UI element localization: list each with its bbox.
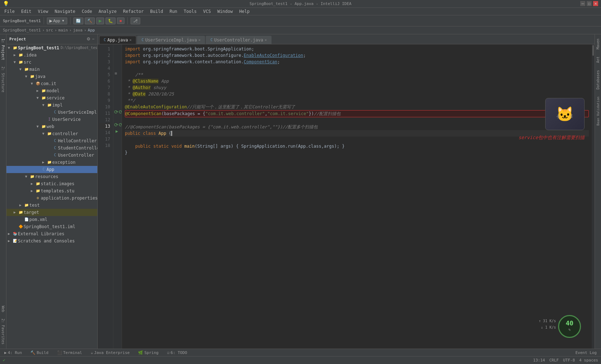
tree-idea[interactable]: ▶ 📁 .idea <box>6 51 97 59</box>
tree-scratches[interactable]: ▶ 📝 Scratches and Consoles <box>6 237 97 245</box>
tree-userservice[interactable]: ▶ I UserService <box>6 116 97 123</box>
menu-item-edit[interactable]: Edit <box>18 8 34 15</box>
tree-app-properties[interactable]: ▶ ⚙ application.properties <box>6 195 97 202</box>
tree-test[interactable]: ▶ 📁 test <box>6 202 97 209</box>
tree-web[interactable]: ▼ 📁 web <box>6 123 97 130</box>
tree-resources[interactable]: ▼ 📁 resources <box>6 173 97 180</box>
indent[interactable]: 4 spaces <box>579 358 598 363</box>
sidebar-header: Project ⚙ − <box>6 34 97 44</box>
tree-main[interactable]: ▼ 📁 main <box>6 66 97 73</box>
tree-java[interactable]: ▼ 📁 java <box>6 73 97 80</box>
maximize-button[interactable]: □ <box>587 1 592 6</box>
editor-scrollbar[interactable] <box>592 44 595 349</box>
tree-templates-stu[interactable]: ▶ 📁 templates.stu <box>6 187 97 195</box>
bottom-bar: ▶ 4: Run 🔨 Build ⬛ Terminal ☕ Java Enter… <box>0 349 601 356</box>
crlf[interactable]: CRLF <box>549 358 559 363</box>
run-btn[interactable]: ▶ <box>96 18 104 24</box>
bean-validation-tab[interactable]: Bean Validation <box>596 94 601 128</box>
close-button[interactable]: ✕ <box>593 1 598 6</box>
tree-app[interactable]: ▶ C App <box>6 166 97 173</box>
menu-item-help[interactable]: Help <box>236 8 253 15</box>
tree-impl[interactable]: ▼ 📁 impl <box>6 102 97 109</box>
status-bar: ✔ 13:14 CRLF UTF-8 4 spaces <box>0 356 601 364</box>
tree-static-images[interactable]: ▶ 📁 static.images <box>6 180 97 187</box>
sidebar-settings-btn[interactable]: ⚙ <box>87 36 91 41</box>
web-tab[interactable]: Web <box>0 303 6 315</box>
breadcrumb-src[interactable]: src <box>46 28 53 33</box>
title-bar-left: 💡 <box>3 1 9 6</box>
tree-usercontroller[interactable]: ▶ C UserController <box>6 152 97 159</box>
tree-pomxml[interactable]: ▶ 📄 pom.xml <box>6 216 97 223</box>
sidebar-collapse-btn[interactable]: − <box>92 36 94 41</box>
debug-btn[interactable]: 🐛 <box>106 18 116 24</box>
breadcrumb-project[interactable]: SpringBoot_test1 <box>3 28 41 33</box>
structure-tab[interactable]: 2: Structure <box>0 64 6 95</box>
tree-iml[interactable]: ▶ 🔶 SpringBoot_test1.iml <box>6 223 97 230</box>
tree-root[interactable]: ▼ 📁 SpringBoot_test1 D:\SpringBoot_test1 <box>6 44 97 51</box>
tree-ext-libs[interactable]: ▶ 📚 External Libraries <box>6 230 97 237</box>
editor-area: C App.java ✕ C UserServiceImpl.java ✕ C … <box>98 34 595 349</box>
tree-studentcontroller[interactable]: ▶ C StudentController <box>6 144 97 152</box>
close-tab-userservice[interactable]: ✕ <box>198 38 200 42</box>
favorites-tab[interactable]: 2: Favorites <box>0 316 6 347</box>
tree-hellocontroller[interactable]: ▶ C HelloController <box>6 137 97 144</box>
terminal-tab[interactable]: ⬛ Terminal <box>54 350 85 356</box>
run-tab[interactable]: ▶ 4: Run <box>1 350 25 356</box>
project-name-toolbar: SpringBoot_test1 <box>3 19 41 23</box>
close-tab-app[interactable]: ✕ <box>130 38 132 42</box>
left-side-tabs: 1: Project 2: Structure Web 2: Favorites <box>0 34 6 349</box>
status-right: 13:14 CRLF UTF-8 4 spaces <box>533 358 598 363</box>
menu-item-run[interactable]: Run <box>167 8 180 15</box>
menu-item-window[interactable]: Window <box>214 8 235 15</box>
databases-tab[interactable]: Databases <box>595 67 601 92</box>
mascot-image: 🐱 <box>545 98 585 130</box>
breadcrumb-app[interactable]: App <box>88 28 95 33</box>
editor-content[interactable]: 1 2 3 4 5 6 7 8 9 10 11 12 13 14 17 18 <box>98 44 595 349</box>
breadcrumb-java[interactable]: java <box>73 28 83 33</box>
project-tab[interactable]: 1: Project <box>0 36 6 63</box>
tree-model[interactable]: ▶ 📁 model <box>6 87 97 94</box>
status-left: ✔ <box>3 358 5 363</box>
menu-item-navigate[interactable]: Navigate <box>52 8 78 15</box>
tree-target[interactable]: ▶ 📁 target <box>6 209 97 216</box>
code-area[interactable]: import org.springframework.boot.SpringAp… <box>122 44 592 349</box>
tab-app-java[interactable]: C App.java ✕ <box>99 36 136 44</box>
maven-tab[interactable]: Maven <box>595 36 601 52</box>
build-tab[interactable]: 🔨 Build <box>28 350 51 356</box>
java-enterprise-tab[interactable]: ☕ Java Enterprise <box>88 350 132 356</box>
menu-bar: FileEditViewNavigateCodeAnalyzeRefactorB… <box>0 8 601 16</box>
tree-controller[interactable]: ▼ 📁 controller <box>6 130 97 137</box>
tree-userserviceimpl[interactable]: ▶ C UserServiceImpl <box>6 109 97 116</box>
project-sidebar: Project ⚙ − ▼ 📁 SpringBoot_test1 D:\Spri… <box>6 34 98 349</box>
menu-item-refactor[interactable]: Refactor <box>120 8 147 15</box>
tree-src[interactable]: ▼ 📁 src <box>6 59 97 66</box>
tree-service[interactable]: ▼ 📁 service <box>6 94 97 102</box>
menu-item-view[interactable]: View <box>35 8 51 15</box>
ant-tab[interactable]: Ant <box>595 54 601 66</box>
charset[interactable]: UTF-8 <box>563 358 575 363</box>
menu-item-tools[interactable]: Tools <box>181 8 200 15</box>
editor-tab-bar: C App.java ✕ C UserServiceImpl.java ✕ C … <box>98 34 595 44</box>
tree-exception[interactable]: ▶ 📁 exception <box>6 159 97 166</box>
todo-tab[interactable]: ☑ 6: TODO <box>164 350 190 356</box>
menu-item-vcs[interactable]: VCS <box>200 8 214 15</box>
menu-item-file[interactable]: File <box>1 8 18 15</box>
speed-info: ↑ 31 K/s ↓ 1 K/s <box>539 318 556 331</box>
stop-btn[interactable]: ■ <box>117 18 124 24</box>
reload-btn[interactable]: 🔄 <box>73 18 83 24</box>
menu-item-code[interactable]: Code <box>79 8 95 15</box>
menu-item-analyze[interactable]: Analyze <box>96 8 119 15</box>
close-tab-usercontroller[interactable]: ✕ <box>265 38 267 42</box>
tab-usercontroller[interactable]: C UserController.java ✕ <box>206 36 271 44</box>
annotation-comment: service包中也有注解需要扫描 <box>518 134 585 141</box>
spring-tab[interactable]: 🌿 Spring <box>135 350 161 356</box>
breadcrumb-main[interactable]: main <box>58 28 68 33</box>
minimize-button[interactable]: ─ <box>580 1 585 6</box>
event-log-tab[interactable]: Event Log <box>572 350 600 356</box>
tree-comit[interactable]: ▼ 📦 com.it <box>6 80 97 87</box>
menu-item-build[interactable]: Build <box>147 8 166 15</box>
git-btn[interactable]: ⎇ <box>131 18 140 24</box>
run-config-btn[interactable]: ▶ App ▼ <box>47 18 67 24</box>
tab-userserviceimpl[interactable]: C UserServiceImpl.java ✕ <box>137 36 205 44</box>
build-btn[interactable]: 🔨 <box>85 18 95 24</box>
